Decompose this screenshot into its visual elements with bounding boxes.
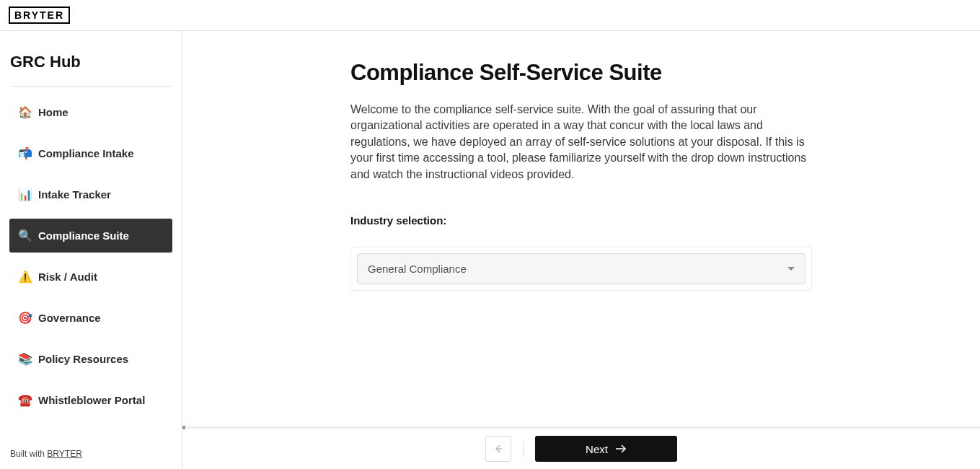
sidebar-divider <box>10 86 172 87</box>
sidebar-item-label: Governance <box>38 312 101 324</box>
back-button[interactable] <box>485 436 511 462</box>
sidebar-item-risk-audit[interactable]: ⚠️ Risk / Audit <box>9 260 172 294</box>
sidebar-item-label: Whistleblower Portal <box>38 394 145 406</box>
industry-select[interactable]: General Compliance <box>357 253 805 284</box>
sidebar-item-label: Home <box>38 106 69 118</box>
main: Compliance Self-Service Suite Welcome to… <box>182 31 980 469</box>
sidebar-item-label: Policy Resources <box>38 353 128 365</box>
magnifier-icon: 🔍 <box>18 229 32 242</box>
sidebar-item-governance[interactable]: 🎯 Governance <box>9 301 172 335</box>
mailbox-icon: 📬 <box>18 146 32 160</box>
books-icon: 📚 <box>18 352 32 366</box>
content-inner: Compliance Self-Service Suite Welcome to… <box>350 60 812 291</box>
page-intro: Welcome to the compliance self-service s… <box>350 102 812 183</box>
progress-bar <box>182 426 980 429</box>
sidebar-item-label: Risk / Audit <box>38 271 97 283</box>
sidebar-item-policy-resources[interactable]: 📚 Policy Resources <box>9 342 172 376</box>
main-content: Compliance Self-Service Suite Welcome to… <box>182 31 980 428</box>
brand-logo: BRYTER <box>9 6 70 24</box>
app-header: BRYTER <box>0 0 980 31</box>
arrow-left-icon <box>493 443 504 455</box>
footer-brand-link[interactable]: BRYTER <box>47 449 81 459</box>
sidebar: GRC Hub 🏠 Home 📬 Compliance Intake 📊 Int… <box>0 31 182 469</box>
industry-selection-label: Industry selection: <box>350 214 812 227</box>
sidebar-item-whistleblower[interactable]: ☎️ Whistleblower Portal <box>9 383 172 417</box>
phone-icon: ☎️ <box>18 393 32 407</box>
chevron-down-icon <box>787 267 795 271</box>
industry-select-value: General Compliance <box>368 263 467 275</box>
footer-prefix: Built with <box>10 449 47 459</box>
sidebar-item-label: Compliance Intake <box>38 147 134 159</box>
sidebar-item-compliance-intake[interactable]: 📬 Compliance Intake <box>9 136 172 170</box>
sidebar-nav: 🏠 Home 📬 Compliance Intake 📊 Intake Trac… <box>0 95 182 417</box>
sidebar-item-compliance-suite[interactable]: 🔍 Compliance Suite <box>9 219 172 253</box>
next-button[interactable]: Next <box>535 436 677 462</box>
arrow-right-icon <box>615 444 627 453</box>
button-separator <box>523 441 524 457</box>
sidebar-item-intake-tracker[interactable]: 📊 Intake Tracker <box>9 177 172 211</box>
app-body: GRC Hub 🏠 Home 📬 Compliance Intake 📊 Int… <box>0 31 980 469</box>
home-icon: 🏠 <box>18 105 32 119</box>
sidebar-item-label: Compliance Suite <box>38 229 129 242</box>
industry-select-wrapper: General Compliance <box>350 247 812 291</box>
warning-icon: ⚠️ <box>18 270 32 284</box>
target-icon: 🎯 <box>18 311 32 325</box>
sidebar-content: GRC Hub 🏠 Home 📬 Compliance Intake 📊 Int… <box>0 31 182 440</box>
sidebar-footer: Built with BRYTER <box>0 440 182 469</box>
sidebar-item-home[interactable]: 🏠 Home <box>9 95 172 129</box>
chart-icon: 📊 <box>18 188 32 201</box>
sidebar-item-label: Intake Tracker <box>38 188 111 201</box>
page-title: Compliance Self-Service Suite <box>350 60 812 86</box>
sidebar-title: GRC Hub <box>0 31 182 86</box>
footer-bar: Next <box>182 428 980 469</box>
next-button-label: Next <box>586 443 608 455</box>
